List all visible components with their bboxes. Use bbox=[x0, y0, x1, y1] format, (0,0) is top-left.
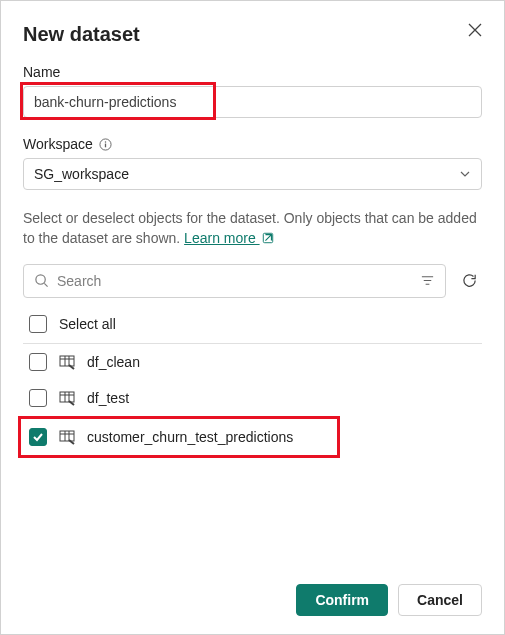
list-item[interactable]: customer_churn_test_predictions bbox=[18, 416, 340, 458]
svg-rect-2 bbox=[105, 143, 106, 147]
workspace-value: SG_workspace bbox=[34, 166, 129, 182]
dialog-title: New dataset bbox=[23, 23, 482, 46]
refresh-button[interactable] bbox=[456, 268, 482, 294]
name-label: Name bbox=[23, 64, 482, 80]
select-all-checkbox[interactable] bbox=[29, 315, 47, 333]
info-icon[interactable] bbox=[99, 138, 112, 151]
name-input[interactable] bbox=[23, 86, 482, 118]
svg-rect-7 bbox=[60, 431, 74, 441]
item-checkbox[interactable] bbox=[29, 428, 47, 446]
external-link-icon bbox=[262, 231, 274, 247]
close-button[interactable] bbox=[464, 19, 486, 41]
filter-icon[interactable] bbox=[420, 273, 435, 288]
search-box[interactable] bbox=[23, 264, 446, 298]
search-input[interactable] bbox=[57, 273, 412, 289]
table-icon bbox=[59, 390, 75, 406]
svg-point-4 bbox=[36, 275, 45, 284]
item-checkbox[interactable] bbox=[29, 353, 47, 371]
svg-rect-6 bbox=[60, 392, 74, 402]
svg-point-1 bbox=[105, 141, 106, 142]
list-item[interactable]: df_clean bbox=[23, 344, 482, 380]
close-icon bbox=[468, 23, 482, 37]
item-label: df_clean bbox=[87, 354, 140, 370]
table-icon bbox=[59, 354, 75, 370]
item-label: customer_churn_test_predictions bbox=[87, 429, 293, 445]
table-icon bbox=[59, 429, 75, 445]
chevron-down-icon bbox=[459, 168, 471, 180]
workspace-label: Workspace bbox=[23, 136, 482, 152]
refresh-icon bbox=[461, 272, 478, 289]
list-item[interactable]: df_test bbox=[23, 380, 482, 416]
learn-more-link[interactable]: Learn more bbox=[184, 230, 259, 246]
svg-rect-5 bbox=[60, 356, 74, 366]
select-all-label: Select all bbox=[59, 316, 116, 332]
item-label: df_test bbox=[87, 390, 129, 406]
cancel-button[interactable]: Cancel bbox=[398, 584, 482, 616]
helper-text: Select or deselect objects for the datas… bbox=[23, 208, 482, 250]
workspace-select[interactable]: SG_workspace bbox=[23, 158, 482, 190]
workspace-label-text: Workspace bbox=[23, 136, 93, 152]
item-checkbox[interactable] bbox=[29, 389, 47, 407]
search-icon bbox=[34, 273, 49, 288]
confirm-button[interactable]: Confirm bbox=[296, 584, 388, 616]
